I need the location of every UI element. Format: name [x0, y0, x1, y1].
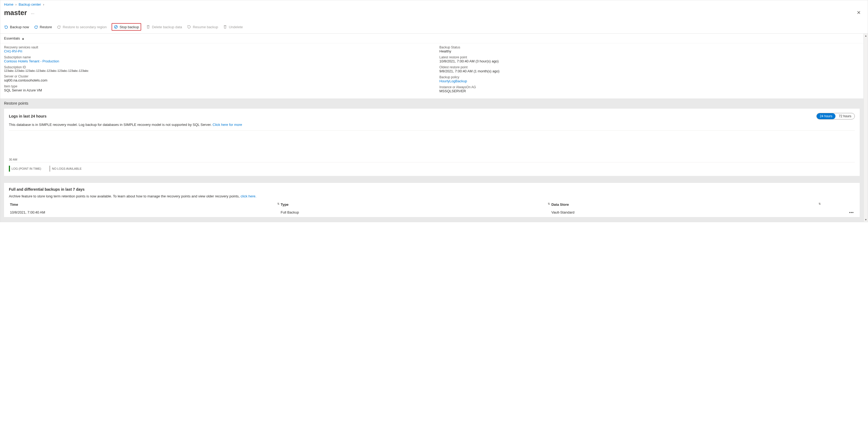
breadcrumb-backup-center[interactable]: Backup center [19, 2, 41, 6]
col-store-label: Data Store [551, 203, 569, 207]
table-row[interactable]: 10/8/2021, 7:00:40 AM Full Backup Vault-… [9, 209, 855, 216]
breadcrumb: Home › Backup center › [0, 0, 868, 7]
essentials-label: Essentials [4, 36, 20, 40]
legend-nolog: NO LOGS AVAILABLE [49, 166, 82, 172]
policy-link[interactable]: HourlyLogBackup [439, 79, 467, 83]
legend-nolog-label: NO LOGS AVAILABLE [52, 167, 82, 170]
scroll-up-icon[interactable]: ▲ [864, 34, 868, 38]
backups-card-title: Full and differential backups in last 7 … [9, 187, 855, 191]
undelete-label: Undelete [229, 25, 243, 29]
row-more-button[interactable]: ••• [821, 209, 855, 216]
row-store: Vault-Standard [550, 209, 821, 216]
logs-desc-link[interactable]: Click here for more [213, 123, 242, 127]
restore-icon [34, 25, 38, 29]
logs-chart: 30 AM [9, 133, 855, 162]
restore-secondary-button: Restore to secondary region [57, 24, 106, 30]
server-value: sql00.na.contosohotels.com [4, 78, 429, 82]
status-label: Backup Status [439, 46, 864, 49]
chevron-right-icon: › [14, 2, 18, 6]
essentials-grid: Recovery services vault CH1-RV-Pri Subsc… [0, 43, 868, 98]
instance-label: Instance or AlwaysOn AG [439, 85, 864, 89]
restore-points-title: Restore points [4, 101, 860, 106]
logs-card-desc: This database is in SIMPLE recovery mode… [9, 123, 855, 131]
col-time[interactable]: Time ⇅ [9, 200, 280, 209]
col-time-label: Time [10, 203, 18, 207]
sort-icon: ⇅ [818, 203, 820, 205]
latest-label: Latest restore point [439, 55, 864, 59]
vault-label: Recovery services vault [4, 46, 429, 49]
undelete-button: Undelete [223, 24, 243, 30]
essentials-left: Recovery services vault CH1-RV-Pri Subsc… [4, 46, 429, 95]
instance-value: MSSQLSERVER [439, 89, 864, 93]
content-scroll: ▲ ▼ Essentials ▲ Recovery services vault… [0, 34, 868, 222]
toolbar: Backup now Restore Restore to secondary … [0, 21, 868, 34]
toggle-24h[interactable]: 24 hours [817, 113, 836, 119]
col-store[interactable]: Data Store ⇅ [550, 200, 821, 209]
restore-secondary-label: Restore to secondary region [63, 25, 106, 29]
server-label: Server or Cluster [4, 74, 429, 78]
backups-desc-text: Archive feature to store long term reten… [9, 194, 241, 198]
backup-now-button[interactable]: Backup now [4, 24, 29, 30]
table-header-row: Time ⇅ Type ⇅ Data Store ⇅ [9, 200, 855, 209]
more-button[interactable]: … [30, 9, 35, 16]
title-row: master … ✕ [0, 7, 868, 21]
subscription-name-label: Subscription name [4, 55, 429, 59]
col-type[interactable]: Type ⇅ [280, 200, 551, 209]
col-type-label: Type [281, 203, 288, 207]
restore-points-section: Restore points Logs in last 24 hours 24 … [0, 98, 863, 222]
close-button[interactable]: ✕ [854, 8, 864, 17]
delete-backup-button: Delete backup data [146, 24, 182, 30]
logs-desc-text: This database is in SIMPLE recovery mode… [9, 123, 213, 127]
oldest-label: Oldest restore point [439, 65, 864, 69]
logs-card: Logs in last 24 hours 24 hours 72 hours … [4, 109, 860, 176]
oldest-value: 9/8/2021, 7:00:40 AM (1 month(s) ago) [439, 69, 864, 73]
legend-log-label: LOG (POINT IN TIME) [11, 167, 41, 170]
resume-icon [187, 25, 191, 29]
delete-backup-label: Delete backup data [152, 25, 182, 29]
row-type: Full Backup [280, 209, 551, 216]
restore-icon [57, 25, 61, 29]
subscription-id-value: 123abc-123abc-123abc-123abc-123abc-123ab… [4, 69, 429, 72]
row-time: 10/8/2021, 7:00:40 AM [9, 209, 280, 216]
resume-backup-label: Resume backup [193, 25, 218, 29]
legend: LOG (POINT IN TIME) NO LOGS AVAILABLE [9, 166, 855, 172]
vault-link[interactable]: CH1-RV-Pri [4, 49, 22, 53]
stop-backup-label: Stop backup [120, 25, 139, 29]
trash-icon [146, 25, 150, 29]
chevron-right-icon: › [42, 2, 45, 6]
item-type-value: SQL Server in Azure VM [4, 88, 429, 92]
backup-icon [4, 25, 8, 29]
backup-now-label: Backup now [10, 25, 29, 29]
backups-card-desc: Archive feature to store long term reten… [9, 194, 855, 198]
stop-icon [114, 25, 118, 29]
chevron-up-icon: ▲ [22, 37, 25, 40]
legend-log: LOG (POINT IN TIME) [9, 166, 41, 172]
time-range-toggle[interactable]: 24 hours 72 hours [816, 113, 855, 119]
sort-icon: ⇅ [277, 203, 279, 205]
trash-icon [223, 25, 227, 29]
breadcrumb-home[interactable]: Home [4, 2, 13, 6]
backups-desc-link[interactable]: click here. [241, 194, 256, 198]
scroll-down-icon[interactable]: ▼ [864, 217, 868, 222]
scrollbar[interactable]: ▲ ▼ [863, 34, 868, 222]
status-value: Healthy [439, 49, 864, 53]
toggle-72h[interactable]: 72 hours [835, 113, 855, 119]
essentials-toggle[interactable]: Essentials ▲ [0, 34, 868, 43]
item-type-label: Item type [4, 85, 429, 88]
subscription-link[interactable]: Contoso Hotels Tenant - Production [4, 59, 59, 63]
legend-swatch-green [9, 166, 10, 172]
sort-icon: ⇅ [548, 203, 549, 205]
stop-backup-button[interactable]: Stop backup [112, 23, 141, 31]
backups-card: Full and differential backups in last 7 … [4, 183, 860, 217]
page-title: master [4, 9, 27, 17]
backups-table: Time ⇅ Type ⇅ Data Store ⇅ [9, 200, 855, 216]
subscription-id-label: Subscription ID [4, 65, 429, 69]
legend-swatch-grey [49, 166, 50, 172]
resume-backup-button: Resume backup [187, 24, 218, 30]
chart-x-label: 30 AM [9, 158, 17, 161]
restore-button[interactable]: Restore [34, 24, 52, 30]
essentials-right: Backup Status Healthy Latest restore poi… [439, 46, 864, 95]
latest-value: 10/8/2021, 7:00:40 AM (3 hour(s) ago) [439, 59, 864, 63]
restore-label: Restore [40, 25, 52, 29]
svg-line-1 [115, 26, 117, 28]
